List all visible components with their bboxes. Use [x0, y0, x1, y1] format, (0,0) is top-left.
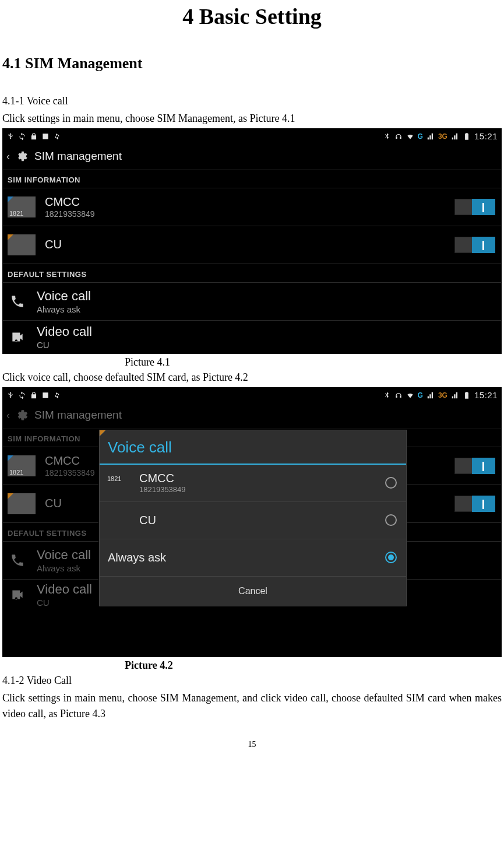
status-bar: G 3G 15:21 — [3, 388, 501, 403]
sim-chip-icon — [8, 493, 36, 514]
dialog-option-cmcc[interactable]: 1821 CMCC 18219353849 — [100, 465, 406, 502]
status-clock: 15:21 — [474, 390, 498, 400]
voice-call-subtitle: Always ask — [37, 304, 91, 314]
video-call-title: Video call — [37, 582, 92, 597]
voice-call-row[interactable]: Voice call Always ask — [3, 283, 501, 320]
bluetooth-icon — [383, 132, 391, 141]
video-call-icon — [9, 329, 26, 345]
appbar-title: SIM management — [34, 150, 122, 163]
paragraph-412: 4.1-2 Video Call — [2, 673, 502, 689]
video-call-subtitle: CU — [37, 598, 92, 608]
section-sim-information: SIM INFORMATION — [3, 170, 501, 188]
sim-toggle-cu — [454, 496, 495, 512]
page-number: 15 — [2, 740, 502, 749]
option-title: CMCC — [139, 472, 377, 485]
option-title: Always ask — [108, 551, 377, 564]
video-call-title: Video call — [37, 324, 92, 339]
radio-unchecked[interactable] — [385, 514, 397, 526]
sim-chip-icon: 1821 — [8, 455, 36, 476]
network-3g-label: 3G — [438, 391, 447, 399]
app-bar[interactable]: ‹ SIM management — [3, 144, 501, 170]
sim-row-cu[interactable]: CU — [3, 226, 501, 264]
voice-call-title: Voice call — [37, 289, 91, 304]
sim-chip-icon — [8, 234, 36, 255]
network-3g-label: 3G — [438, 132, 447, 141]
screenshot-picture-4-1: G 3G 15:21 ‹ SIM management SIM INFORMAT… — [2, 128, 502, 354]
settings-gear-icon — [16, 409, 29, 422]
paragraph-instruction-3: Click settings in main menu, choose SIM … — [2, 690, 502, 723]
caption-picture-4-1: Picture 4.1 — [125, 356, 502, 368]
lock-icon — [30, 132, 38, 141]
phone-icon — [9, 553, 26, 568]
radio-checked[interactable] — [385, 552, 397, 563]
bluetooth-icon — [383, 391, 391, 399]
status-clock: 15:21 — [474, 131, 498, 141]
back-icon[interactable]: ‹ — [6, 150, 10, 163]
battery-icon — [463, 391, 471, 399]
status-bar: G 3G 15:21 — [3, 129, 501, 144]
sync2-icon — [53, 132, 61, 141]
phone-icon — [9, 294, 26, 309]
section-heading: 4.1 SIM Management — [2, 55, 502, 72]
radio-unchecked[interactable] — [385, 477, 397, 489]
image-icon — [41, 132, 50, 141]
caption-picture-4-2: Picture 4.2 — [125, 659, 502, 672]
settings-gear-icon — [16, 150, 29, 163]
usb-icon — [6, 391, 15, 399]
signal2-icon — [451, 391, 459, 399]
appbar-title: SIM management — [34, 409, 122, 422]
signal1-icon — [427, 132, 435, 141]
network-g-label: G — [418, 391, 423, 399]
usb-icon — [6, 132, 15, 141]
battery-icon — [463, 132, 471, 141]
sim-chip-icon: 1821 — [8, 196, 36, 217]
video-call-row[interactable]: Video call CU — [3, 321, 501, 353]
sim-chip-number: 1821 — [8, 468, 25, 476]
sim-row-cmcc[interactable]: 1821 CMCC 18219353849 — [3, 188, 501, 226]
sync2-icon — [53, 391, 61, 399]
sim-chip-icon: 1821 — [105, 473, 131, 493]
headphones-icon — [394, 391, 403, 399]
signal2-icon — [451, 132, 459, 141]
sim-toggle-cmcc[interactable] — [454, 199, 495, 215]
sim-chip-icon — [105, 510, 131, 530]
dialog-title: Voice call — [100, 430, 406, 465]
back-icon: ‹ — [6, 409, 10, 422]
image-icon — [41, 391, 50, 399]
headphones-icon — [394, 132, 403, 141]
sim-number: 18219353849 — [45, 209, 445, 219]
video-call-icon — [9, 587, 26, 602]
option-subtitle: 18219353849 — [139, 485, 377, 494]
dialog-option-cu[interactable]: CU — [100, 502, 406, 539]
voice-call-subtitle: Always ask — [37, 563, 91, 573]
page-title: 4 Basic Setting — [2, 3, 502, 29]
voice-call-title: Voice call — [37, 547, 91, 563]
network-g-label: G — [418, 132, 423, 141]
sim-toggle-cmcc — [454, 458, 495, 474]
paragraph-instruction-2: Click voice call, choose defaulted SIM c… — [2, 370, 502, 386]
sim-toggle-cu[interactable] — [454, 237, 495, 253]
sim-chip-number: 1821 — [105, 475, 123, 483]
sim-name: CU — [45, 238, 445, 251]
signal1-icon — [427, 391, 435, 399]
svg-point-0 — [20, 155, 24, 159]
lock-icon — [30, 391, 38, 399]
sim-chip-number: 1821 — [8, 209, 25, 217]
section-default-settings: DEFAULT SETTINGS — [3, 264, 501, 282]
dialog-cancel-button[interactable]: Cancel — [100, 577, 406, 606]
paragraph-411: 4.1-1 Voice call — [2, 93, 502, 110]
sync-icon — [18, 391, 26, 399]
app-bar: ‹ SIM management — [3, 403, 501, 429]
wifi-icon — [406, 391, 414, 399]
dialog-option-always-ask[interactable]: Always ask — [100, 539, 406, 577]
option-title: CU — [139, 514, 377, 527]
voice-call-dialog: Voice call 1821 CMCC 18219353849 CU Alwa… — [99, 430, 407, 606]
wifi-icon — [406, 132, 414, 141]
screenshot-picture-4-2: G 3G 15:21 ‹ SIM management SIM INFORMAT… — [2, 387, 502, 657]
paragraph-instruction-1: Click settings in main menu, choose SIM … — [2, 111, 502, 127]
sim-name: CMCC — [45, 195, 445, 209]
sync-icon — [18, 132, 26, 141]
video-call-subtitle: CU — [37, 340, 92, 350]
svg-point-1 — [20, 413, 24, 417]
